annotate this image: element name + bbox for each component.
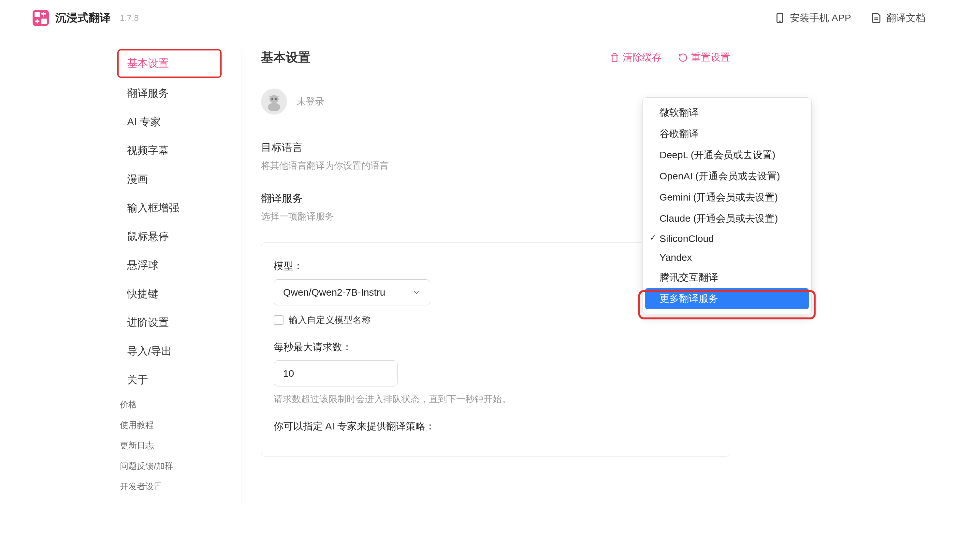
sidebar-sub-changelog[interactable]: 更新日志	[117, 435, 222, 456]
sidebar-sub-tutorial[interactable]: 使用教程	[117, 415, 222, 435]
app-header: 沉浸式翻译 1.7.8 安装手机 APP 翻译文档	[0, 0, 958, 36]
reset-settings-button[interactable]: 重置设置	[678, 51, 730, 64]
custom-model-checkbox-label: 输入自定义模型名称	[289, 314, 371, 326]
reset-settings-label: 重置设置	[691, 51, 730, 64]
sidebar-item-comic[interactable]: 漫画	[117, 165, 222, 194]
reset-icon	[678, 53, 688, 63]
main-content: 基本设置 清除缓存 重置设置	[261, 49, 750, 505]
svg-point-9	[275, 98, 277, 100]
sidebar-item-translation-service[interactable]: 翻译服务	[117, 79, 222, 108]
page-title: 基本设置	[261, 49, 311, 66]
model-select[interactable]: Qwen/Qwen2-7B-Instru	[274, 279, 430, 305]
vertical-divider	[241, 49, 241, 505]
dropdown-item-2[interactable]: DeepL (开通会员或去设置)	[645, 144, 809, 166]
sidebar-item-advanced[interactable]: 进阶设置	[117, 308, 222, 337]
dropdown-item-9[interactable]: 更多翻译服务	[645, 288, 809, 309]
dropdown-item-1[interactable]: 谷歌翻译	[645, 123, 809, 144]
avatar-icon	[264, 92, 284, 111]
login-status[interactable]: 未登录	[297, 95, 324, 108]
sidebar-sub-developer[interactable]: 开发者设置	[117, 476, 222, 497]
sidebar-item-float-ball[interactable]: 悬浮球	[117, 251, 222, 280]
app-title: 沉浸式翻译	[56, 10, 111, 25]
sidebar-item-ai-expert[interactable]: AI 专家	[117, 108, 222, 136]
trash-icon	[610, 53, 619, 63]
document-icon	[871, 13, 882, 24]
dropdown-item-5[interactable]: Claude (开通会员或去设置)	[645, 208, 809, 229]
sidebar: 基本设置 翻译服务 AI 专家 视频字幕 漫画 输入框增强 鼠标悬停 悬浮球 快…	[117, 49, 222, 505]
dropdown-item-7[interactable]: Yandex	[645, 248, 809, 267]
svg-point-10	[268, 103, 280, 111]
clear-cache-label: 清除缓存	[623, 51, 662, 64]
sidebar-sub-price[interactable]: 价格	[117, 394, 222, 415]
mobile-icon	[774, 13, 785, 24]
dropdown-item-6[interactable]: SiliconCloud	[645, 229, 809, 248]
custom-model-checkbox-row[interactable]: 输入自定义模型名称	[274, 314, 717, 326]
sidebar-item-basic-settings[interactable]: 基本设置	[117, 49, 222, 78]
install-app-label: 安装手机 APP	[790, 11, 851, 25]
app-version: 1.7.8	[120, 13, 139, 23]
header-left: 沉浸式翻译 1.7.8	[33, 10, 139, 26]
svg-rect-1	[41, 19, 47, 24]
svg-rect-0	[35, 12, 40, 17]
sidebar-item-mouse-hover[interactable]: 鼠标悬停	[117, 222, 222, 251]
clear-cache-button[interactable]: 清除缓存	[610, 51, 662, 64]
avatar[interactable]	[261, 89, 287, 115]
translate-doc-label: 翻译文档	[886, 11, 925, 25]
ai-strategy-label: 你可以指定 AI 专家来提供翻译策略：	[274, 420, 717, 433]
chevron-down-icon	[412, 288, 421, 297]
sidebar-sub-feedback[interactable]: 问题反馈/加群	[117, 456, 222, 476]
main-header: 基本设置 清除缓存 重置设置	[261, 49, 730, 66]
sidebar-item-shortcut[interactable]: 快捷键	[117, 280, 222, 308]
header-right: 安装手机 APP 翻译文档	[774, 11, 925, 25]
rps-input[interactable]: 10	[274, 361, 398, 386]
main-actions: 清除缓存 重置设置	[610, 51, 730, 64]
app-logo-icon	[33, 10, 49, 26]
translation-service-dropdown[interactable]: 微软翻译谷歌翻译DeepL (开通会员或去设置)OpenAI (开通会员或去设置…	[642, 97, 812, 315]
sidebar-item-input-enhance[interactable]: 输入框增强	[117, 194, 222, 222]
dropdown-item-3[interactable]: OpenAI (开通会员或去设置)	[645, 166, 809, 187]
svg-point-8	[271, 98, 273, 100]
sidebar-item-video-subtitle[interactable]: 视频字幕	[117, 136, 222, 165]
ai-strategy-row: 你可以指定 AI 专家来提供翻译策略：	[274, 420, 717, 433]
dropdown-item-0[interactable]: 微软翻译	[645, 102, 809, 123]
model-select-value: Qwen/Qwen2-7B-Instru	[283, 287, 385, 298]
rps-hint: 请求数超过该限制时会进入排队状态，直到下一秒钟开始。	[274, 393, 717, 405]
sidebar-item-about[interactable]: 关于	[117, 365, 222, 394]
rps-row: 每秒最大请求数： 10 请求数超过该限制时会进入排队状态，直到下一秒钟开始。	[274, 340, 717, 405]
svg-point-7	[270, 95, 279, 103]
dropdown-item-8[interactable]: 腾讯交互翻译	[645, 267, 809, 288]
custom-model-checkbox[interactable]	[274, 315, 284, 325]
sidebar-item-import-export[interactable]: 导入/导出	[117, 337, 222, 365]
dropdown-item-4[interactable]: Gemini (开通会员或去设置)	[645, 187, 809, 208]
rps-label: 每秒最大请求数：	[274, 340, 717, 354]
install-app-link[interactable]: 安装手机 APP	[774, 11, 851, 25]
translate-doc-link[interactable]: 翻译文档	[871, 11, 925, 25]
